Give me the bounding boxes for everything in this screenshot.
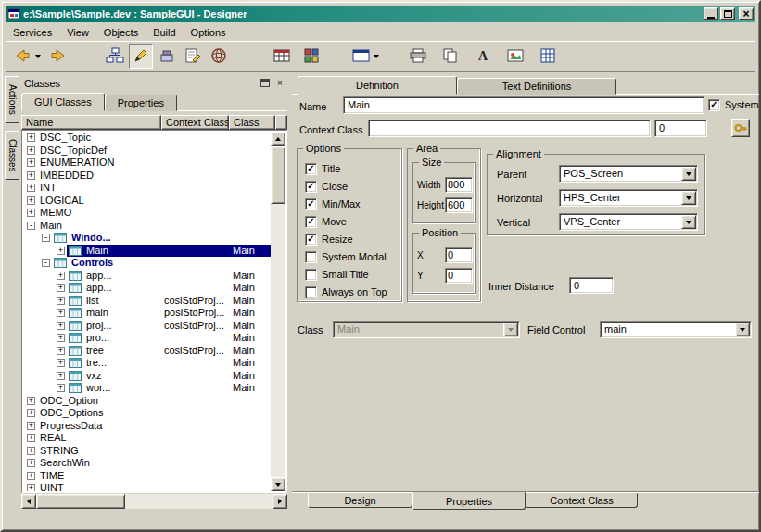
forward-button[interactable] bbox=[45, 44, 70, 69]
checkbox-always-on-top[interactable] bbox=[305, 286, 317, 298]
tree-expander[interactable]: + bbox=[27, 459, 35, 467]
scroll-left-button[interactable] bbox=[21, 494, 36, 509]
tree-expander[interactable]: + bbox=[57, 247, 65, 255]
tree-row-imbedded[interactable]: +IMBEDDED bbox=[23, 170, 271, 183]
panel-close-button[interactable]: × bbox=[273, 77, 286, 89]
tree-row-list[interactable]: +listcosiStdProj...Main bbox=[23, 295, 271, 308]
tree-row-odc-options[interactable]: +ODC_Options bbox=[23, 407, 271, 420]
side-tab-actions[interactable]: Actions bbox=[5, 76, 19, 123]
image-button[interactable] bbox=[503, 44, 527, 69]
tab-definition[interactable]: Definition bbox=[298, 76, 457, 95]
tree-expander[interactable]: + bbox=[57, 322, 65, 330]
tree-expander[interactable]: + bbox=[57, 284, 65, 292]
menu-options[interactable]: Options bbox=[184, 25, 234, 40]
notes-button[interactable] bbox=[181, 44, 205, 69]
combo-arrow-button[interactable] bbox=[681, 215, 696, 229]
tab-design[interactable]: Design bbox=[308, 493, 412, 508]
tree-expander[interactable]: + bbox=[27, 184, 35, 192]
tree-row-tree[interactable]: +treecosiStdProj...Main bbox=[23, 345, 271, 358]
tree-row-logical[interactable]: +LOGICAL bbox=[23, 195, 271, 208]
tree-expander[interactable]: - bbox=[42, 234, 50, 242]
tree-expander[interactable]: - bbox=[27, 222, 35, 230]
tree-expander[interactable]: + bbox=[27, 447, 35, 455]
tree-row-progressdata[interactable]: +ProgressData bbox=[23, 420, 271, 433]
menu-view[interactable]: View bbox=[59, 25, 96, 40]
checkbox-system-modal[interactable] bbox=[305, 251, 317, 263]
tree-expander[interactable]: + bbox=[57, 359, 65, 367]
context-class-input[interactable] bbox=[368, 120, 651, 137]
tree-row-enumeration[interactable]: +ENUMERATION bbox=[23, 157, 271, 170]
vertical-scrollbar[interactable] bbox=[271, 132, 285, 491]
table-button[interactable] bbox=[270, 44, 294, 69]
field-control-combo[interactable]: main bbox=[600, 321, 752, 338]
close-button[interactable]: × bbox=[739, 7, 754, 20]
tree-expander[interactable]: + bbox=[57, 309, 65, 317]
menu-objects[interactable]: Objects bbox=[96, 25, 146, 40]
checkbox-small-title[interactable] bbox=[305, 269, 317, 281]
tree-expander[interactable]: + bbox=[57, 272, 65, 280]
y-input[interactable]: 0 bbox=[445, 268, 473, 284]
tree-row-tre-[interactable]: +tre...Main bbox=[23, 357, 271, 370]
combo-arrow-button[interactable] bbox=[503, 323, 518, 336]
tree-expander[interactable]: + bbox=[27, 434, 35, 442]
class-combo[interactable]: Main bbox=[333, 321, 520, 338]
scroll-right-button[interactable] bbox=[273, 494, 287, 509]
tab-properties[interactable]: Properties bbox=[412, 492, 526, 510]
inner-distance-input[interactable]: 0 bbox=[569, 277, 614, 294]
tree-row-main[interactable]: +mainposiStdProj...Main bbox=[23, 307, 271, 320]
scroll-down-button[interactable] bbox=[271, 477, 285, 491]
width-input[interactable]: 800 bbox=[445, 177, 473, 193]
vertical-combo[interactable]: VPS_Center bbox=[559, 213, 698, 231]
checkbox-title[interactable]: ✓ bbox=[305, 163, 317, 175]
column-header-name[interactable]: Name bbox=[21, 115, 161, 130]
dock-button[interactable] bbox=[259, 77, 272, 89]
tree-row-real[interactable]: +REAL bbox=[23, 432, 271, 445]
name-input[interactable]: Main bbox=[343, 96, 704, 114]
tree-expander[interactable]: + bbox=[27, 422, 35, 430]
column-header-class[interactable]: Class bbox=[229, 115, 275, 130]
height-input[interactable]: 600 bbox=[445, 197, 473, 213]
tree-expander[interactable]: + bbox=[27, 133, 35, 142]
tree-row-odc-option[interactable]: +ODC_Option bbox=[23, 395, 271, 408]
tree-row-time[interactable]: +TIME bbox=[23, 470, 271, 483]
combo-arrow-button[interactable] bbox=[681, 191, 696, 205]
tree-row-main[interactable]: -Main bbox=[23, 220, 271, 233]
tree-row-app-[interactable]: +app...Main bbox=[23, 282, 271, 295]
checkbox-move[interactable]: ✓ bbox=[305, 216, 317, 228]
palette-grid-button[interactable] bbox=[299, 44, 323, 69]
tab-properties[interactable]: Properties bbox=[105, 95, 177, 111]
print-button[interactable] bbox=[406, 44, 430, 69]
x-input[interactable]: 0 bbox=[445, 247, 473, 263]
tree-expander[interactable]: + bbox=[27, 209, 35, 217]
tree-row-wor-[interactable]: +wor...Main bbox=[23, 382, 271, 395]
tree-expander[interactable]: + bbox=[27, 158, 35, 167]
tree-row-controls[interactable]: -Controls bbox=[23, 257, 271, 270]
eraser-button[interactable] bbox=[155, 44, 179, 69]
tree-row-app-[interactable]: +app...Main bbox=[23, 270, 271, 283]
menu-build[interactable]: Build bbox=[146, 25, 183, 40]
tree-expander[interactable]: + bbox=[57, 384, 65, 392]
tree-row-memo[interactable]: +MEMO bbox=[23, 207, 271, 220]
horizontal-combo[interactable]: HPS_Center bbox=[559, 189, 698, 207]
tree-expander[interactable]: + bbox=[57, 334, 65, 342]
minimize-button[interactable] bbox=[704, 7, 718, 20]
tab-gui-classes[interactable]: GUI Classes bbox=[21, 93, 105, 111]
tree-expander[interactable]: + bbox=[27, 472, 35, 480]
parent-combo[interactable]: POS_Screen bbox=[559, 165, 698, 183]
system-checkbox[interactable]: ✓ bbox=[708, 99, 720, 111]
grid-button[interactable] bbox=[536, 44, 560, 69]
tree-expander[interactable]: + bbox=[57, 347, 65, 355]
tree-expander[interactable]: + bbox=[57, 372, 65, 380]
tree-expander[interactable]: + bbox=[27, 196, 35, 205]
tree-row-dsc-topicdef[interactable]: +DSC_TopicDef bbox=[23, 145, 271, 158]
tree-row-main[interactable]: +MainMain bbox=[23, 245, 271, 258]
tree-row-pro-[interactable]: +pro...Main bbox=[23, 332, 271, 345]
back-button[interactable] bbox=[13, 44, 42, 69]
tree-expander[interactable]: + bbox=[27, 397, 35, 405]
tree-row-searchwin[interactable]: +SearchWin bbox=[23, 457, 271, 470]
structure-button[interactable] bbox=[103, 44, 127, 69]
tree-row-int[interactable]: +INT bbox=[23, 182, 271, 195]
globe-button[interactable] bbox=[207, 44, 231, 69]
tree-expander[interactable]: + bbox=[57, 297, 65, 305]
font-button[interactable]: A bbox=[471, 44, 495, 69]
